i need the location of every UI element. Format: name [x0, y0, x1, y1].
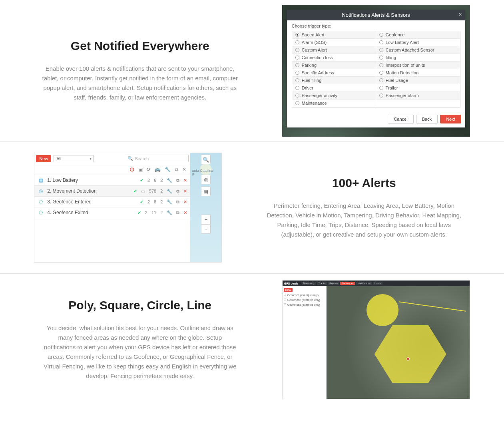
zoom-in-button[interactable]: + [201, 215, 211, 224]
alert-row-icons: ✔▭5782🔧⧉✕ [133, 189, 187, 194]
trigger-option[interactable]: Specific Address [292, 69, 376, 77]
trigger-option[interactable]: Low Battery Alert [376, 39, 460, 46]
cancel-button[interactable]: Cancel [388, 115, 413, 123]
vehicle-icon[interactable]: 🚌 [155, 167, 161, 172]
trigger-option[interactable]: Driver [292, 84, 376, 92]
alerts-toolbar: New All 🔍 Search [34, 153, 190, 164]
dialog-title-bar: Notifications Alerts & Sensors × [287, 10, 465, 20]
trigger-option[interactable]: Trailer [376, 84, 460, 92]
alert-row[interactable]: ⬠3. Geofence Entered✔282🔧⧉✕ [34, 197, 190, 207]
map-search-icon[interactable]: 🔍 [201, 155, 211, 164]
radio-icon [379, 94, 383, 98]
trigger-option[interactable]: Passenger activity [292, 92, 376, 100]
check-icon: ✔ [140, 199, 143, 205]
app-tab[interactable]: Monitoring [302, 282, 316, 285]
app-tab[interactable]: Notifications [356, 282, 372, 285]
checkbox-icon[interactable]: ☑ [284, 303, 286, 306]
trigger-option[interactable]: Interposition of units [376, 62, 460, 69]
trigger-label: Passenger alarm [386, 93, 419, 98]
app-tab[interactable]: Users [373, 282, 382, 285]
geofence-name: Geofence (example only) [287, 294, 319, 297]
trigger-option[interactable]: Geofence [376, 31, 460, 39]
trigger-option[interactable]: Connection loss [292, 54, 376, 62]
wrench-icon[interactable]: 🔧 [167, 210, 172, 215]
delete-icon[interactable]: ✕ [183, 210, 187, 215]
trigger-option[interactable]: Motion Detection [376, 69, 460, 77]
delete-icon[interactable]: ✕ [183, 178, 187, 183]
count-b: 578 [149, 189, 156, 193]
delete-icon[interactable]: ✕ [182, 167, 186, 172]
wrench-icon[interactable]: 🔧 [167, 199, 172, 205]
radio-icon [379, 86, 383, 90]
trigger-label: Interposition of units [386, 63, 425, 68]
alert-row[interactable]: ⬠4. Geofence Exited✔2112🔧⧉✕ [34, 207, 190, 218]
refresh-icon[interactable]: ⟳ [147, 167, 151, 172]
wrench-icon[interactable]: 🔧 [167, 178, 172, 183]
trigger-label: Speed Alert [302, 32, 325, 37]
geofence-list-item[interactable]: ☑Geofence3 (example only) [284, 302, 325, 307]
trigger-label: Connection loss [302, 55, 333, 60]
trigger-option[interactable]: Custom Attached Sensor [376, 46, 460, 54]
search-placeholder: Search [135, 156, 149, 161]
geofence-list-item[interactable]: ☑Geofence2 (example only) [284, 297, 325, 302]
layers-icon[interactable]: ▤ [201, 187, 211, 196]
checkbox-icon[interactable]: ☑ [284, 293, 286, 297]
search-icon: 🔍 [127, 156, 133, 161]
count-c: 2 [160, 178, 163, 183]
delete-icon[interactable]: ✕ [183, 199, 187, 205]
trigger-option[interactable]: Maintenance [292, 100, 376, 107]
back-button[interactable]: Back [416, 115, 438, 123]
new-button[interactable]: New [36, 155, 51, 162]
copy-icon[interactable]: ⧉ [176, 178, 179, 183]
trigger-option[interactable]: Parking [292, 62, 376, 69]
next-button[interactable]: Next [440, 115, 461, 123]
wrench-icon[interactable]: 🔧 [167, 189, 172, 194]
app-tab[interactable]: Reports [328, 282, 339, 285]
play-icon[interactable]: ▣ [138, 167, 143, 172]
trigger-label: Geofence [386, 32, 405, 37]
filter-select[interactable]: All [54, 155, 94, 162]
trigger-option[interactable]: Passenger alarm [376, 92, 460, 100]
power-icon[interactable]: ⏻ [129, 167, 134, 172]
new-button[interactable]: New [284, 288, 293, 292]
copy-icon[interactable]: ⧉ [176, 199, 179, 205]
trigger-label: Custom Alert [302, 48, 327, 52]
zoom-out-button[interactable]: − [201, 224, 211, 234]
section-geofence-body: You decide, what solution fits best for … [42, 323, 238, 381]
alert-row[interactable]: ◎2. Movement Detection✔▭5782🔧⧉✕ [34, 186, 190, 197]
radio-icon [379, 33, 383, 37]
section-geofence: Poly, Square, Circle, Line You decide, w… [0, 274, 504, 406]
radio-icon [295, 56, 299, 60]
geofence-line-shape[interactable] [398, 301, 466, 312]
geofence-map[interactable] [327, 286, 470, 399]
section-alerts: New All 🔍 Search ⏻ ▣ ⟳ 🚌 🔧 ⧉ ✕ ▤1. L [0, 142, 504, 274]
app-tab[interactable]: Tracks [317, 282, 327, 285]
checkbox-icon[interactable]: ☑ [284, 298, 286, 301]
trigger-option[interactable]: Fuel filling [292, 77, 376, 84]
alerts-panel-img: New All 🔍 Search ⏻ ▣ ⟳ 🚌 🔧 ⧉ ✕ ▤1. L [34, 153, 222, 263]
wrench-icon[interactable]: 🔧 [165, 167, 171, 172]
geofence-list-item[interactable]: ☑Geofence (example only) [284, 293, 325, 297]
trigger-label: Low Battery Alert [386, 40, 419, 45]
delete-icon[interactable]: ✕ [183, 189, 187, 194]
copy-icon[interactable]: ⧉ [175, 167, 178, 172]
radio-icon [295, 40, 299, 44]
copy-icon[interactable]: ⧉ [176, 210, 179, 215]
search-input[interactable]: 🔍 Search [125, 155, 189, 162]
dialog-title: Notifications Alerts & Sensors [342, 12, 410, 18]
alert-name: 1. Low Battery [47, 177, 137, 183]
trigger-option[interactable]: Custom Alert [292, 46, 376, 54]
app-tab[interactable]: Geofences [340, 282, 355, 285]
trigger-option[interactable]: Fuel Usage [376, 77, 460, 84]
check-icon: ✔ [137, 210, 141, 215]
zoom-controls: + − [201, 215, 211, 234]
geofence-poly-shape[interactable] [375, 322, 446, 386]
copy-icon[interactable]: ⧉ [176, 189, 179, 194]
geofence-circle-shape[interactable] [367, 294, 398, 326]
close-icon[interactable]: × [459, 11, 462, 18]
trigger-option[interactable]: Idling [376, 54, 460, 62]
trigger-option[interactable]: Speed Alert [292, 31, 376, 39]
alert-row[interactable]: ▤1. Low Battery✔262🔧⧉✕ [34, 175, 190, 186]
radio-icon [295, 71, 299, 75]
trigger-option[interactable]: Alarm (SOS) [292, 39, 376, 46]
